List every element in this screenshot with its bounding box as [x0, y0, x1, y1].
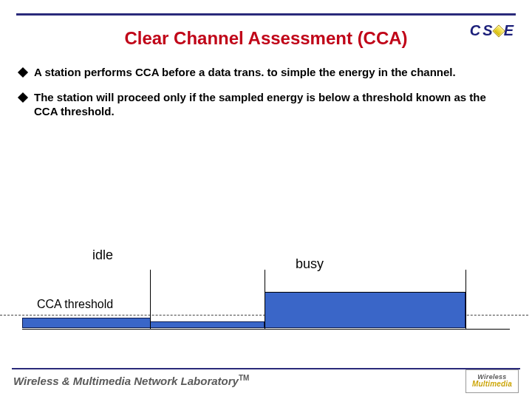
- bullet-item: The station will proceed only if the sam…: [19, 90, 513, 119]
- busy-bar: [265, 292, 466, 328]
- footer-text: Wireless & Multimedia Network Laboratory…: [13, 374, 249, 387]
- idle-label: idle: [92, 248, 113, 263]
- bullet-text: The station will proceed only if the sam…: [34, 90, 486, 119]
- vline: [466, 270, 466, 329]
- idle-bar-2: [150, 321, 265, 328]
- bullet-marker-icon: [18, 92, 28, 102]
- footer-lab: Wireless & Multimedia Network Laboratory: [13, 375, 239, 387]
- hline: [265, 292, 466, 293]
- footer-rule: [12, 368, 520, 369]
- idle-bar-1: [22, 318, 151, 328]
- footer-tm: TM: [239, 374, 249, 382]
- slide-title: Clear Channel Assessment (CCA): [0, 28, 532, 49]
- wm-logo-bottom: Multimedia: [472, 381, 512, 388]
- top-rule: [16, 13, 516, 16]
- vline: [150, 270, 151, 329]
- bullet-text: A station performs CCA before a data tra…: [34, 65, 456, 80]
- bullet-marker-icon: [18, 67, 28, 78]
- bullet-list: A station performs CCA before a data tra…: [19, 65, 513, 129]
- baseline: [22, 329, 510, 330]
- wireless-multimedia-logo: Wireless Multimedia: [466, 369, 519, 393]
- bullet-item: A station performs CCA before a data tra…: [19, 65, 513, 80]
- vline: [265, 270, 265, 329]
- threshold-label: CCA threshold: [37, 298, 113, 311]
- cca-diagram: idle busy CCA threshold: [52, 248, 521, 358]
- busy-label: busy: [296, 256, 324, 272]
